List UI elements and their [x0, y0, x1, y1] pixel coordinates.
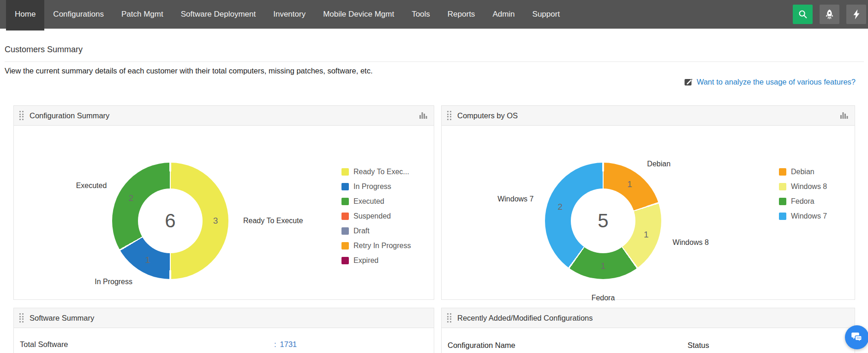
drag-handle-icon[interactable]: [19, 313, 24, 323]
legend-label: Retry In Progress: [353, 242, 411, 250]
legend-item[interactable]: Suspended: [341, 212, 411, 221]
legend-item[interactable]: Windows 7: [779, 212, 827, 221]
legend-swatch: [341, 242, 349, 250]
legend-label: Debian: [791, 168, 814, 176]
slice-value-label: 1: [601, 261, 606, 271]
rocket-icon: [823, 8, 836, 21]
panel-software-summary: Software Summary Total Software : 1731: [13, 308, 434, 353]
legend-swatch: [341, 257, 349, 264]
panel-title: Configuration Summary: [30, 111, 109, 120]
page-description: View the current summary details of each…: [5, 67, 373, 75]
lightning-icon: [850, 8, 862, 20]
chart-legend: DebianWindows 8FedoraWindows 7: [779, 167, 827, 226]
quick-actions-button[interactable]: [846, 5, 866, 24]
legend-swatch: [341, 183, 349, 190]
drag-handle-icon[interactable]: [447, 313, 451, 323]
legend-swatch: [779, 168, 786, 176]
getting-started-button[interactable]: [820, 5, 839, 24]
legend-item[interactable]: Debian: [779, 167, 827, 176]
nav-item-inventory[interactable]: Inventory: [264, 0, 314, 29]
nav-item-software-deployment[interactable]: Software Deployment: [172, 0, 265, 29]
bar-chart-icon[interactable]: [419, 111, 428, 120]
nav-item-support[interactable]: Support: [524, 0, 569, 29]
legend-swatch: [341, 198, 349, 205]
slice-name-label: Ready To Execute: [243, 217, 303, 225]
donut-chart-area: Ready To Exec...In ProgressExecutedSuspe…: [14, 126, 434, 299]
nav-actions: [793, 0, 868, 24]
legend-item[interactable]: Executed: [341, 197, 411, 206]
panel-title: Software Summary: [30, 314, 94, 323]
table-header-row: Configuration Name Status: [448, 341, 849, 350]
legend-label: In Progress: [353, 183, 391, 191]
panel-computers-by-os: Computers by OS DebianWindows 8FedoraWin…: [441, 105, 855, 300]
legend-item[interactable]: Retry In Progress: [341, 241, 411, 250]
legend-swatch: [779, 213, 786, 220]
slice-name-label: Windows 7: [497, 195, 533, 203]
panel-header: Computers by OS: [442, 106, 855, 126]
edit-icon: [684, 77, 693, 86]
total-software-count[interactable]: 1731: [280, 340, 297, 349]
slice-value-label: 2: [129, 193, 134, 203]
slice-value-label: 2: [557, 202, 563, 212]
legend-label: Windows 7: [791, 212, 827, 220]
legend-label: Expired: [353, 256, 378, 265]
legend-label: Fedora: [791, 197, 814, 206]
legend-item[interactable]: Fedora: [779, 197, 827, 206]
legend-swatch: [341, 227, 349, 235]
legend-item[interactable]: Draft: [341, 226, 411, 236]
legend-label: Windows 8: [791, 183, 827, 191]
nav-item-reports[interactable]: Reports: [439, 0, 484, 29]
column-header-status[interactable]: Status: [688, 341, 709, 350]
slice-name-label: In Progress: [95, 278, 132, 286]
search-button[interactable]: [793, 5, 813, 24]
nav-item-home[interactable]: Home: [6, 0, 44, 30]
legend-label: Suspended: [353, 212, 391, 220]
legend-item[interactable]: Windows 8: [779, 182, 827, 191]
slice-value-label: 3: [213, 216, 218, 226]
chat-button[interactable]: [845, 325, 868, 349]
legend-item[interactable]: Ready To Exec...: [341, 167, 411, 176]
recent-configurations-body: Configuration Name Status: [442, 328, 855, 353]
donut-hole: 6: [138, 189, 203, 253]
donut-total: 6: [165, 210, 175, 232]
total-software-value[interactable]: : 1731: [274, 340, 297, 349]
drag-handle-icon[interactable]: [19, 111, 24, 120]
nav-item-configurations[interactable]: Configurations: [44, 0, 113, 29]
panel-header: Recently Added/Modified Configurations: [442, 308, 855, 328]
nav-item-patch-mgmt[interactable]: Patch Mgmt: [113, 0, 172, 29]
slice-name-label: Windows 8: [673, 238, 709, 247]
panel-title: Computers by OS: [457, 111, 518, 120]
slice-name-label: Fedora: [592, 294, 615, 302]
top-navigation: Home Configurations Patch Mgmt Software …: [0, 0, 868, 29]
total-software-label: Total Software: [20, 340, 274, 349]
slice-name-label: Executed: [76, 182, 107, 190]
drag-handle-icon[interactable]: [447, 111, 451, 120]
column-header-configuration-name[interactable]: Configuration Name: [448, 341, 688, 350]
legend-swatch: [341, 168, 349, 176]
analyze-usage-row: Want to analyze the usage of various fea…: [684, 77, 856, 86]
analyze-usage-link[interactable]: Want to analyze the usage of various fea…: [697, 78, 856, 86]
nav-item-tools[interactable]: Tools: [403, 0, 439, 29]
nav-item-mobile-device-mgmt[interactable]: Mobile Device Mgmt: [314, 0, 403, 29]
panel-header: Configuration Summary: [14, 106, 434, 126]
nav-item-admin[interactable]: Admin: [484, 0, 523, 29]
legend-item[interactable]: In Progress: [341, 182, 411, 191]
bar-chart-icon[interactable]: [840, 111, 849, 120]
divider: [5, 61, 864, 62]
legend-swatch: [779, 198, 786, 205]
total-software-row: Total Software : 1731: [20, 340, 428, 349]
donut-total: 5: [598, 210, 608, 232]
legend-item[interactable]: Expired: [341, 256, 411, 265]
slice-value-label: 1: [627, 179, 632, 189]
chart-legend: Ready To Exec...In ProgressExecutedSuspe…: [341, 167, 411, 271]
slice-value-label: 1: [644, 230, 649, 240]
panel-recent-configurations: Recently Added/Modified Configurations C…: [441, 308, 855, 353]
search-icon: [797, 8, 809, 20]
colon-separator: :: [274, 340, 276, 349]
software-summary-body: Total Software : 1731: [14, 328, 434, 353]
legend-label: Executed: [353, 197, 384, 206]
panel-title: Recently Added/Modified Configurations: [457, 314, 593, 323]
legend-swatch: [779, 183, 786, 190]
legend-label: Ready To Exec...: [353, 168, 409, 176]
nav-menu: Home Configurations Patch Mgmt Software …: [0, 0, 569, 29]
